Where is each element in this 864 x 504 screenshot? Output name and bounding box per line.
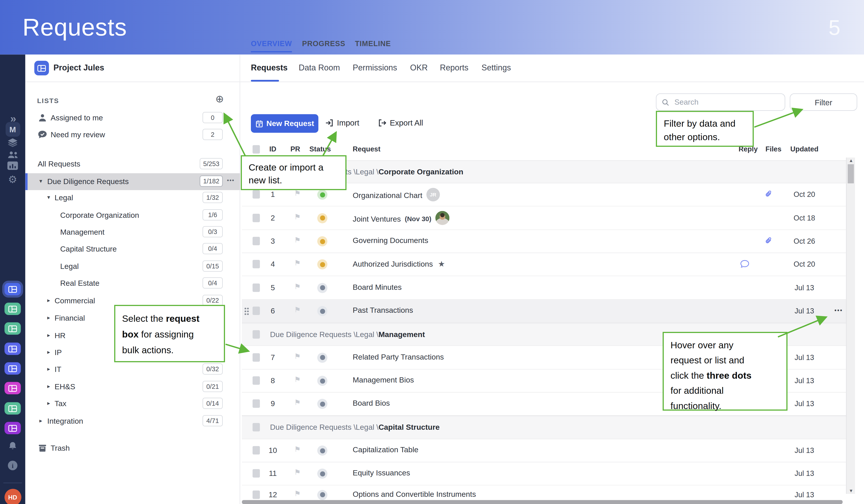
flag-icon[interactable]: ⚑	[294, 468, 301, 477]
tab-progress[interactable]: PROGRESS	[302, 39, 345, 48]
project-icon[interactable]	[0, 362, 25, 375]
table-row[interactable]: 10 ⚑ Capitalization Table Jul 13	[242, 440, 846, 463]
vertical-scrollbar[interactable]: ▲ ▼	[846, 157, 855, 494]
user-avatar[interactable]: HD	[0, 489, 25, 504]
flag-icon[interactable]: ⚑	[294, 259, 301, 267]
paperclip-icon[interactable]	[764, 236, 773, 246]
sidebar-item-corporate-organization[interactable]: Corporate Organization 1/6	[25, 207, 240, 224]
sidebar-item-real-estate[interactable]: Real Estate 0/4	[25, 275, 240, 292]
table-row[interactable]: 2 ⚑ Joint Ventures(Nov 30) Oct 18	[242, 206, 846, 230]
row-checkbox[interactable]	[253, 237, 260, 245]
sidebar-item-assigned-to-me[interactable]: Assigned to me 0	[25, 110, 240, 127]
select-all-checkbox[interactable]	[253, 145, 260, 154]
caret-down-icon[interactable]: ▾	[47, 194, 50, 201]
caret-right-icon[interactable]: ▸	[47, 297, 50, 303]
sidebar-item-due-diligence-requests[interactable]: ▾ Due Diligence Requests 1/182 •••	[25, 173, 240, 190]
status-dot-slate[interactable]	[317, 376, 327, 386]
bell-icon[interactable]	[0, 441, 25, 451]
row-checkbox[interactable]	[253, 307, 260, 315]
project-icon[interactable]	[0, 402, 25, 415]
row-checkbox[interactable]	[253, 190, 260, 199]
request-title[interactable]: Options and Convertible Instruments	[353, 490, 476, 498]
request-title[interactable]: Management Bios	[353, 376, 414, 384]
flag-icon[interactable]: ⚑	[294, 305, 301, 314]
table-row[interactable]: 4 ⚑ Authorized Jurisdictions★ Oct 20	[242, 253, 846, 276]
scrollbar-thumb[interactable]	[848, 164, 854, 183]
status-dot-green[interactable]	[317, 190, 327, 200]
request-title[interactable]: Capitalization Table	[353, 445, 419, 454]
row-checkbox[interactable]	[253, 490, 260, 499]
layers-icon[interactable]	[0, 138, 25, 147]
comment-bubble-icon[interactable]	[740, 260, 750, 268]
add-list-button[interactable]: ⊕	[215, 94, 224, 104]
section-checkbox[interactable]	[253, 423, 260, 432]
list-menu-dots[interactable]: •••	[227, 177, 235, 184]
caret-right-icon[interactable]: ▸	[47, 400, 50, 406]
caret-down-icon[interactable]: ▾	[39, 178, 42, 184]
table-row-hovered[interactable]: 6 ⚑ Past Transactions Jul 13 •••	[242, 300, 846, 323]
star-icon[interactable]: ★	[438, 260, 445, 268]
request-title[interactable]: Board Bios	[353, 399, 390, 407]
sidebar-item-ehs[interactable]: ▸ EH&S 0/21	[25, 379, 240, 396]
row-checkbox[interactable]	[253, 283, 260, 292]
request-title[interactable]: Organizational Chart	[353, 191, 422, 200]
request-title[interactable]: Related Party Transactions	[353, 352, 444, 361]
flag-icon[interactable]: ⚑	[294, 398, 301, 407]
status-dot-slate[interactable]	[317, 352, 327, 362]
flag-icon[interactable]: ⚑	[294, 213, 301, 221]
sidebar-item-trash[interactable]: Trash	[25, 440, 240, 457]
flag-icon[interactable]: ⚑	[294, 236, 301, 244]
workspace-logo[interactable]: M	[0, 122, 25, 137]
row-checkbox[interactable]	[253, 376, 260, 385]
project-icon[interactable]	[0, 343, 25, 355]
section-row[interactable]: Due Diligence Requests \Legal \Capital S…	[242, 416, 846, 440]
request-title[interactable]: Joint Ventures	[353, 215, 401, 223]
caret-right-icon[interactable]: ▸	[47, 365, 50, 372]
horizontal-scrollbar[interactable]	[242, 500, 843, 504]
paperclip-icon[interactable]	[764, 190, 773, 199]
sidebar-item-all-requests[interactable]: All Requests 5/253	[25, 156, 240, 173]
sidebar-item-capital-structure[interactable]: Capital Structure 0/4	[25, 241, 240, 257]
row-menu-dots[interactable]: •••	[831, 307, 846, 313]
scroll-up-arrow[interactable]: ▲	[847, 158, 856, 163]
project-icon[interactable]	[0, 422, 25, 434]
section-checkbox[interactable]	[253, 330, 260, 338]
flag-icon[interactable]: ⚑	[294, 375, 301, 384]
assignee-avatar-photo[interactable]	[435, 211, 449, 225]
workspace-logo-icon[interactable]	[34, 61, 49, 75]
status-dot-slate[interactable]	[317, 469, 327, 479]
scroll-down-arrow[interactable]: ▼	[847, 488, 856, 493]
caret-right-icon[interactable]: ▸	[47, 314, 50, 321]
status-dot-slate[interactable]	[317, 445, 327, 456]
status-dot-slate[interactable]	[317, 490, 327, 500]
flag-icon[interactable]: ⚑	[294, 189, 301, 197]
status-dot-slate[interactable]	[317, 283, 327, 293]
sidebar-item-legal-sub[interactable]: Legal 0/15	[25, 258, 240, 275]
row-checkbox[interactable]	[253, 399, 260, 408]
flag-icon[interactable]: ⚑	[294, 489, 301, 498]
status-dot-slate[interactable]	[317, 399, 327, 409]
sidebar-item-tax[interactable]: ▸ Tax 0/14	[25, 396, 240, 412]
status-dot-slate[interactable]	[317, 306, 327, 316]
info-icon[interactable]: i	[0, 461, 25, 470]
caret-right-icon[interactable]: ▸	[47, 383, 50, 389]
project-icon[interactable]	[0, 382, 25, 394]
row-checkbox[interactable]	[253, 214, 260, 222]
flag-icon[interactable]: ⚑	[294, 352, 301, 360]
sidebar-item-it[interactable]: ▸ IT 0/32	[25, 361, 240, 378]
table-row[interactable]: 5 ⚑ Board Minutes Jul 13	[242, 276, 846, 300]
project-icon[interactable]	[0, 322, 25, 335]
sidebar-item-management[interactable]: Management 0/3	[25, 224, 240, 241]
flag-icon[interactable]: ⚑	[294, 282, 301, 291]
sidebar-item-integration[interactable]: ▸ Integration 4/71	[25, 413, 240, 430]
gear-icon[interactable]: ⚙	[0, 173, 25, 185]
people-icon[interactable]	[0, 151, 25, 159]
caret-right-icon[interactable]: ▸	[47, 332, 50, 338]
sidebar-item-need-my-review[interactable]: Need my review 2	[25, 127, 240, 144]
request-title[interactable]: Past Transactions	[353, 306, 413, 314]
drag-handle-icon[interactable]	[244, 307, 249, 315]
sidebar-item-legal[interactable]: ▾ Legal 1/32	[25, 190, 240, 206]
status-dot-amber[interactable]	[317, 213, 327, 223]
caret-right-icon[interactable]: ▸	[39, 417, 42, 424]
assignee-avatar[interactable]: JR	[427, 188, 440, 201]
